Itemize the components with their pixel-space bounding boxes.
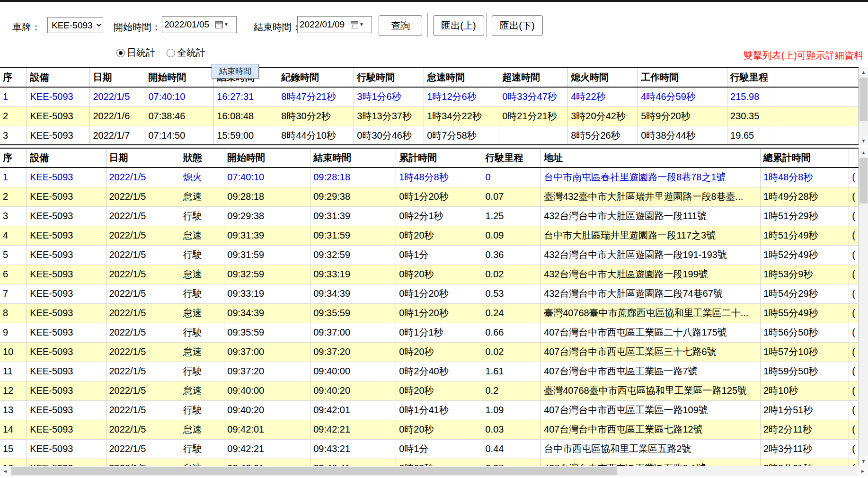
table-cell[interactable]: 1時48分8秒: [760, 168, 849, 187]
table-cell[interactable]: 2時3分31秒: [760, 459, 849, 466]
table-cell[interactable]: (: [849, 303, 859, 323]
table-cell[interactable]: KEE-5093: [27, 168, 106, 187]
table-row[interactable]: 9KEE-50932022/1/5行駛09:35:5909:37:000時1分1…: [0, 323, 859, 342]
table-row[interactable]: 4KEE-50932022/1/5怠速09:31:3909:31:590時20秒…: [0, 226, 859, 245]
table-cell[interactable]: 8時30分2秒: [278, 106, 354, 126]
table-cell[interactable]: 熄火: [180, 168, 224, 187]
table-cell[interactable]: 怠速: [180, 187, 224, 206]
table-cell[interactable]: 2022/1/5: [106, 323, 180, 342]
table-cell[interactable]: 09:28:18: [224, 187, 310, 206]
table-cell[interactable]: 407台灣台中市西屯區工業區一路7號: [541, 362, 761, 381]
table-cell[interactable]: 8時5分26秒: [568, 126, 638, 145]
table-cell[interactable]: KEE-5093: [27, 420, 106, 439]
column-header[interactable]: [776, 68, 859, 87]
table-cell[interactable]: 1時52分49秒: [760, 245, 849, 265]
table-cell[interactable]: 09:29:38: [310, 187, 396, 206]
table-cell[interactable]: 行駛: [180, 245, 224, 265]
table-row[interactable]: 12KEE-50932022/1/5怠速09:40:0009:40:200時20…: [0, 381, 859, 400]
table-cell[interactable]: 2022/1/5: [106, 265, 180, 284]
table-cell[interactable]: 0時30分46秒: [354, 126, 424, 145]
table-cell[interactable]: 09:29:38: [224, 206, 310, 226]
table-cell[interactable]: 怠速: [180, 459, 224, 466]
table-cell[interactable]: 2022/1/5: [106, 381, 180, 400]
table-cell[interactable]: 臺灣40768臺中市西屯區協和里工業區一路125號: [541, 381, 761, 400]
table-cell[interactable]: 台中市西屯區協和里工業區五路2號: [541, 439, 761, 459]
scrollbar-thumb[interactable]: [859, 78, 868, 121]
table-cell[interactable]: (: [849, 420, 859, 439]
table-cell[interactable]: KEE-5093: [27, 265, 106, 284]
table-cell[interactable]: 0時20秒: [396, 226, 482, 245]
table-cell[interactable]: 0時20秒: [396, 420, 482, 439]
table-cell[interactable]: 2022/1/5: [106, 362, 180, 381]
table-cell[interactable]: 怠速: [180, 265, 224, 284]
table-cell[interactable]: 2時1分51秒: [760, 400, 849, 420]
table-cell[interactable]: (: [849, 265, 859, 284]
table-cell[interactable]: 0.36: [482, 245, 541, 265]
table-cell[interactable]: 0.24: [482, 303, 541, 323]
table-cell[interactable]: (: [849, 187, 859, 206]
table-cell[interactable]: 09:43:21: [310, 439, 396, 459]
table-cell[interactable]: 怠速: [180, 226, 224, 245]
table-cell[interactable]: 15:59:00: [214, 126, 278, 145]
table-cell[interactable]: 0時20秒: [396, 381, 482, 400]
table-cell[interactable]: 09:35:59: [224, 323, 310, 342]
table-cell[interactable]: 1時51分29秒: [760, 206, 849, 226]
table-cell[interactable]: KEE-5093: [27, 342, 106, 362]
table-cell[interactable]: 台中市大肚區瑞井里遊園路一段117之3號: [541, 226, 761, 245]
radio-all-input[interactable]: [167, 49, 175, 57]
column-header[interactable]: 工作時間: [638, 68, 727, 87]
table-cell[interactable]: KEE-5093: [27, 284, 106, 303]
table-cell[interactable]: 09:42:21: [224, 439, 310, 459]
chevron-down-icon[interactable]: ▼: [359, 22, 364, 27]
table-cell[interactable]: 0時33分47秒: [499, 87, 568, 106]
table-cell[interactable]: 4時22秒: [568, 87, 638, 106]
table-cell[interactable]: 怠速: [180, 303, 224, 323]
table-cell[interactable]: 0時1分1秒: [396, 323, 482, 342]
table-cell[interactable]: 1: [0, 168, 27, 187]
column-header[interactable]: 結束時間: [310, 149, 396, 168]
table-cell[interactable]: KEE-5093: [27, 303, 106, 323]
column-header[interactable]: 日期: [90, 68, 145, 87]
table-cell[interactable]: 407台灣台中市西屯區工業區五路3-1號: [541, 459, 761, 466]
scroll-up-icon[interactable]: ▲: [859, 148, 868, 157]
table-cell[interactable]: 215.98: [727, 87, 776, 106]
column-header[interactable]: 日期: [106, 149, 180, 168]
table-row[interactable]: 6KEE-50932022/1/5怠速09:32:5909:33:190時20秒…: [0, 265, 859, 284]
table-cell[interactable]: [499, 126, 568, 145]
column-header[interactable]: 行駛里程: [482, 149, 541, 168]
table-cell[interactable]: (: [849, 400, 859, 420]
table-cell[interactable]: 0.53: [482, 284, 541, 303]
table-cell[interactable]: 09:35:59: [310, 303, 396, 323]
table-row[interactable]: 5KEE-50932022/1/5行駛09:31:5909:32:590時1分0…: [0, 245, 859, 265]
scrollbar-thumb[interactable]: [859, 158, 868, 204]
table-row[interactable]: 8KEE-50932022/1/5怠速09:34:3909:35:590時1分2…: [0, 303, 859, 323]
table-cell[interactable]: 3: [0, 126, 27, 145]
table-cell[interactable]: 6: [0, 265, 27, 284]
table-cell[interactable]: 怠速: [180, 342, 224, 362]
table-cell[interactable]: 0時1分20秒: [396, 187, 482, 206]
table-cell[interactable]: [776, 87, 859, 106]
table-cell[interactable]: 11: [0, 362, 27, 381]
table-cell[interactable]: 07:40:10: [224, 168, 310, 187]
table-cell[interactable]: (: [849, 206, 859, 226]
table-cell[interactable]: 13: [0, 400, 27, 420]
table-cell[interactable]: 1時12分6秒: [424, 87, 499, 106]
table-cell[interactable]: 1時53分9秒: [760, 265, 849, 284]
table-cell[interactable]: 407台灣台中市西屯區工業區七路12號: [541, 420, 761, 439]
table-cell[interactable]: 09:40:20: [224, 400, 310, 420]
radio-all[interactable]: 全統計: [167, 46, 205, 59]
upper-vertical-scrollbar[interactable]: ▲ ▼: [859, 67, 868, 145]
scrollbar-thumb[interactable]: [11, 467, 617, 475]
table-cell[interactable]: 3時13分37秒: [354, 106, 424, 126]
table-cell[interactable]: 1時51分49秒: [760, 226, 849, 245]
table-cell[interactable]: 0時1分: [396, 439, 482, 459]
table-cell[interactable]: 0.07: [482, 459, 541, 466]
table-cell[interactable]: 4時46分59秒: [638, 87, 727, 106]
table-cell[interactable]: 09:37:00: [224, 342, 310, 362]
table-cell[interactable]: 2022/1/5: [90, 87, 145, 106]
table-cell[interactable]: KEE-5093: [27, 362, 106, 381]
table-cell[interactable]: KEE-5093: [27, 439, 106, 459]
table-cell[interactable]: 2022/1/7: [90, 126, 145, 145]
table-cell[interactable]: 09:31:59: [224, 245, 310, 265]
table-cell[interactable]: 09:37:00: [310, 323, 396, 342]
